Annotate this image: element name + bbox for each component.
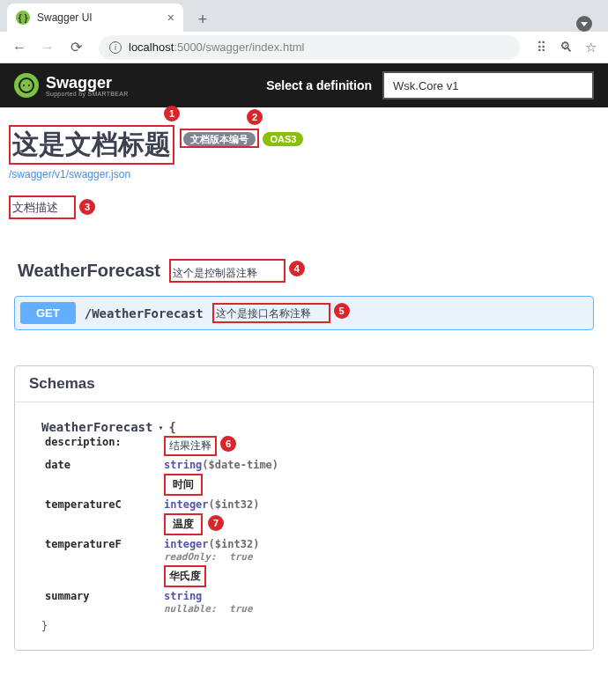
- search-icon[interactable]: 🔍︎: [555, 37, 576, 58]
- swagger-favicon-icon: { }: [16, 11, 30, 25]
- prop-date-format: ($date-time): [202, 459, 278, 471]
- prop-tempc-desc: 温度: [173, 518, 194, 530]
- tag-name: WeatherForecast: [18, 261, 160, 281]
- swagger-topbar: Swagger Supported by SMARTBEAR Select a …: [0, 63, 608, 107]
- schemas-header[interactable]: Schemas: [15, 366, 593, 402]
- operation-path: /WeatherForecast: [85, 306, 204, 321]
- prop-tempf-readonly-label: readOnly:: [164, 551, 217, 563]
- prop-tempf-format: ($int32): [209, 538, 260, 550]
- new-tab-button[interactable]: +: [190, 7, 215, 32]
- prop-summary-type: string: [164, 590, 202, 602]
- callout-6: 6: [220, 436, 236, 452]
- prop-tempc-type: integer: [164, 498, 209, 511]
- swagger-logo-icon: [14, 73, 39, 98]
- site-info-icon[interactable]: i: [109, 41, 122, 54]
- operation-summary: 这个是接口名称注释: [216, 307, 311, 320]
- tab-title: Swagger UI: [37, 11, 93, 24]
- browser-tab[interactable]: { } Swagger UI ×: [7, 4, 183, 32]
- schema-description: 结果注释: [169, 439, 211, 452]
- definition-label: Select a definition: [266, 78, 372, 92]
- prop-summary-nullable-label: nullable:: [164, 603, 217, 615]
- bookmark-star-icon[interactable]: ☆: [580, 37, 601, 58]
- prop-tempf-readonly-value: true: [229, 551, 253, 563]
- callout-5: 5: [334, 303, 350, 319]
- doc-description: 文档描述: [12, 200, 58, 216]
- url-text: localhost:5000/swagger/index.html: [129, 41, 304, 54]
- oas-badge: OAS3: [263, 132, 303, 146]
- chevron-down-icon[interactable]: ▾: [158, 423, 163, 432]
- translate-icon[interactable]: ⠿: [530, 37, 552, 58]
- prop-date-name: date: [45, 459, 164, 496]
- back-button[interactable]: ←: [7, 35, 32, 60]
- browser-toolbar: ← → ⟳ i localhost:5000/swagger/index.htm…: [0, 32, 608, 63]
- callout-4: 4: [289, 261, 305, 276]
- schemas-section: Schemas WeatherForecast ▾ { description:…: [14, 365, 594, 651]
- tag-header[interactable]: WeatherForecast 这个是控制器注释 4: [9, 259, 599, 283]
- callout-2: 2: [247, 109, 263, 125]
- callout-1: 1: [164, 106, 180, 122]
- prop-tempf-desc: 华氏度: [169, 570, 201, 582]
- operation-block[interactable]: GET /WeatherForecast 这个是接口名称注释 5: [14, 296, 594, 330]
- prop-summary-nullable-value: true: [229, 603, 253, 615]
- definition-select[interactable]: Wsk.Core v1: [382, 71, 594, 99]
- tag-description: 这个是控制器注释: [173, 267, 257, 279]
- prop-summary-name: summary: [45, 590, 164, 615]
- swagger-json-link[interactable]: /swagger/v1/swagger.json: [9, 168, 130, 181]
- swagger-logo[interactable]: Swagger Supported by SMARTBEAR: [14, 73, 129, 98]
- forward-button[interactable]: →: [35, 35, 60, 60]
- close-brace: }: [41, 620, 567, 632]
- schemas-body: WeatherForecast ▾ { description: 结果注释 6 …: [15, 402, 593, 650]
- prop-date-desc: 时间: [173, 478, 194, 490]
- version-badge: 文档版本编号: [183, 132, 256, 146]
- description-label: description:: [45, 436, 164, 456]
- doc-title: 这是文档标题: [12, 127, 171, 163]
- model-title-row[interactable]: WeatherForecast ▾ {: [41, 420, 567, 434]
- tab-menu-icon[interactable]: [576, 16, 592, 32]
- address-bar[interactable]: i localhost:5000/swagger/index.html: [99, 35, 520, 60]
- model-name: WeatherForecast: [41, 420, 152, 434]
- swagger-brand: Swagger: [46, 75, 129, 91]
- swagger-brand-sub: Supported by SMARTBEAR: [46, 91, 129, 97]
- swagger-content: 1 这是文档标题 2 文档版本编号 OAS3 /swagger/v1/swagg…: [0, 107, 608, 700]
- http-method-badge: GET: [20, 302, 76, 324]
- open-brace: {: [168, 420, 175, 434]
- callout-7: 7: [208, 515, 224, 531]
- prop-tempf-type: integer: [164, 538, 209, 550]
- prop-tempc-format: ($int32): [209, 498, 260, 511]
- reload-button[interactable]: ⟳: [63, 35, 88, 60]
- prop-tempc-name: temperatureC: [45, 498, 164, 535]
- browser-tab-strip: { } Swagger UI × +: [0, 0, 608, 32]
- close-tab-icon[interactable]: ×: [167, 11, 174, 25]
- prop-date-type: string: [164, 459, 202, 471]
- prop-tempf-name: temperatureF: [45, 538, 164, 587]
- callout-3: 3: [79, 199, 95, 215]
